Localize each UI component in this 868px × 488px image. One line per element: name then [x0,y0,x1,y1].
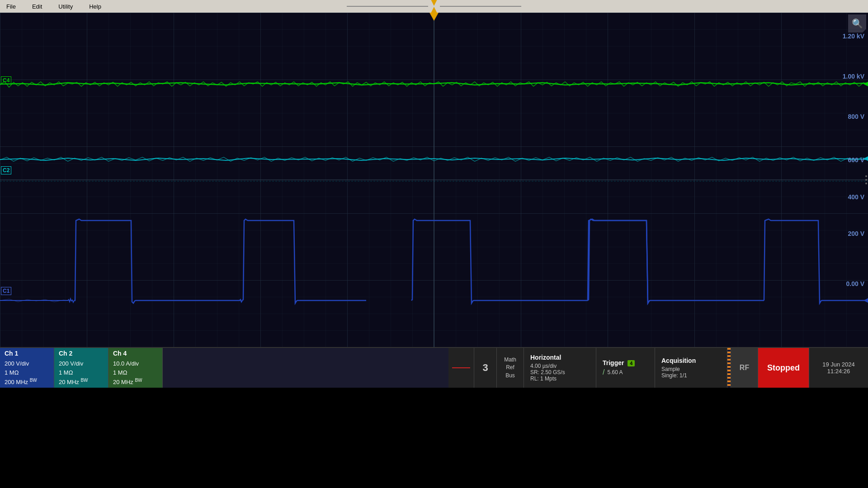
ch1-arrow [863,298,868,303]
num3-button[interactable]: 3 [474,348,497,388]
orange-indicator [727,348,731,388]
waveform-display [0,13,868,347]
trigger-info: Trigger 4 / 5.60 A [596,348,655,388]
ch1-vdiv: 200 V/div [5,359,49,368]
status-bar: Ch 1 200 V/div 1 MΩ 200 MHz BW Ch 2 200 … [0,347,868,388]
ch1-title: Ch 1 [5,349,49,358]
menu-file[interactable]: File [4,2,19,11]
acquisition-title: Acquisition [661,357,721,364]
horizontal-sr: SR: 2.50 GS/s [530,369,590,375]
menu-utility[interactable]: Utility [56,2,75,11]
ch2-impedance: 1 MΩ [59,368,104,377]
ref-label: Ref [506,364,514,371]
ch2-waveform [0,157,868,161]
ch2-bandwidth: 20 MHz BW [59,377,104,387]
menubar: File Edit Utility Help [0,0,868,13]
ch4-vdiv: 10.0 A/div [113,359,158,368]
horizontal-timediv: 4.00 µs/div [530,363,590,369]
date-display: 19 Jun 2024 [822,361,855,368]
ch2-info[interactable]: Ch 2 200 V/div 1 MΩ 20 MHz BW [54,348,108,388]
trigger-slope: / [603,368,604,376]
voltage-1200: 1.20 kV [843,33,864,40]
time-display: 11:24:26 [827,368,850,375]
trigger-arrow-icon[interactable] [430,0,438,6]
voltage-600: 600 V [848,156,864,164]
ch4-info[interactable]: Ch 4 10.0 A/div 1 MΩ 20 MHz BW [108,348,163,388]
trigger-slope-value: / 5.60 A [603,368,648,376]
math-ref-bus-button[interactable]: Math Ref Bus [497,348,524,388]
ch4-title: Ch 4 [113,349,158,358]
trigger-line-right [440,6,521,7]
ch1-impedance: 1 MΩ [5,368,49,377]
ch4-waveform [0,81,868,87]
ch1-info[interactable]: Ch 1 200 V/div 1 MΩ 200 MHz BW [0,348,54,388]
voltage-200: 200 V [848,230,864,237]
trigger-value: 5.60 A [607,369,623,375]
datetime-display: 19 Jun 2024 11:24:26 [809,348,868,388]
voltage-800: 800 V [848,113,864,120]
ch1-marker[interactable]: C1 [1,287,11,295]
acquisition-mode: Sample [661,366,721,372]
spacer [163,348,448,388]
horizontal-info: Horizontal 4.00 µs/div SR: 2.50 GS/s RL:… [524,348,596,388]
horizontal-title: Horizontal [530,354,590,361]
rf-button[interactable]: RF [731,348,758,388]
scope-display: 🔍 [0,13,868,347]
trigger-line [347,6,428,7]
voltage-0: 0.00 V [846,280,864,287]
menu-edit[interactable]: Edit [29,2,45,11]
ch2-marker[interactable]: C2 [1,166,11,174]
voltage-1000: 1.00 kV [843,73,864,80]
stopped-button[interactable]: Stopped [758,348,809,388]
acquisition-single: Single: 1/1 [661,372,721,379]
ch1-waveform [0,219,868,303]
voltage-400: 400 V [848,193,864,201]
math-waveform-indicator [452,367,470,368]
math-label: Math [504,357,516,364]
ch2-title: Ch 2 [59,349,104,358]
trigger-badge: 4 [627,360,635,366]
ch4-impedance: 1 MΩ [113,368,158,377]
scope-menu-dots[interactable] [865,175,867,184]
ch4-arrow [863,82,868,86]
acquisition-info: Acquisition Sample Single: 1/1 [655,348,727,388]
scope-trigger-marker [429,13,439,21]
ch4-marker[interactable]: C4 [1,76,11,84]
horizontal-rl: RL: 1 Mpts [530,375,590,382]
bus-label: Bus [505,372,515,380]
ch1-bandwidth: 200 MHz BW [5,377,49,387]
menu-help[interactable]: Help [86,2,104,11]
trigger-title: Trigger 4 [603,359,648,366]
ch4-bandwidth: 20 MHz BW [113,377,158,387]
ch2-vdiv: 200 V/div [59,359,104,368]
